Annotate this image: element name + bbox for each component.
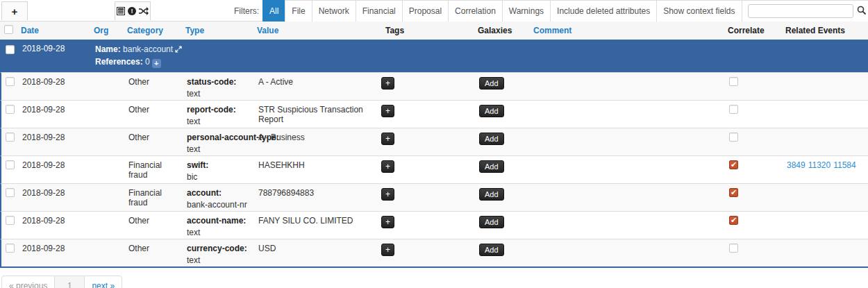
- pagination-current-page[interactable]: 1: [54, 276, 85, 288]
- attr-org: [90, 212, 123, 220]
- add-galaxy-button[interactable]: Add: [479, 77, 504, 90]
- related-events: [781, 73, 868, 81]
- row-checkbox[interactable]: [6, 133, 15, 142]
- row-checkbox[interactable]: [6, 244, 15, 253]
- attr-category: Financial fraud: [123, 184, 181, 212]
- pagination-next[interactable]: next »: [84, 276, 122, 288]
- add-tag-button[interactable]: +: [381, 160, 394, 173]
- related-event-link[interactable]: 11320: [808, 160, 831, 170]
- attr-type-sub: text: [187, 117, 253, 126]
- correlate-checkbox[interactable]: [729, 77, 738, 86]
- filter-tab-all[interactable]: All: [262, 0, 285, 22]
- filter-tab-proposal[interactable]: Proposal: [402, 0, 449, 22]
- attr-date: 2018-09-28: [17, 184, 90, 202]
- related-events: [781, 184, 868, 192]
- add-tag-button[interactable]: +: [381, 133, 394, 145]
- object-row-checkbox[interactable]: [6, 45, 15, 54]
- filter-tab-correlation[interactable]: Correlation: [448, 0, 503, 22]
- add-galaxy-button[interactable]: Add: [479, 216, 504, 228]
- correlate-checkbox[interactable]: [729, 133, 738, 142]
- header-tags: Tags: [380, 26, 472, 35]
- add-galaxy-button[interactable]: Add: [479, 133, 504, 145]
- attr-type-sub: text: [187, 255, 253, 265]
- add-galaxy-button[interactable]: Add: [479, 244, 504, 256]
- add-tag-button[interactable]: +: [381, 216, 394, 228]
- attr-type-name: account-name:: [187, 216, 253, 226]
- filter-tab-file[interactable]: File: [285, 0, 312, 22]
- attr-org: [90, 73, 123, 81]
- attributes-table: Date Org Category Type Value Tags Galaxi…: [0, 22, 868, 268]
- correlate-checkbox[interactable]: [729, 216, 738, 225]
- related-event-link[interactable]: 3849: [787, 160, 806, 170]
- header-date[interactable]: Date: [15, 26, 88, 35]
- add-tag-button[interactable]: +: [381, 77, 394, 90]
- exclamation-circle-icon[interactable]: !: [128, 7, 136, 15]
- filter-tab-network[interactable]: Network: [312, 0, 356, 22]
- row-checkbox[interactable]: [6, 77, 15, 86]
- attr-comment: [529, 128, 724, 137]
- add-tag-button[interactable]: +: [381, 105, 394, 117]
- attr-type-name: swift:: [187, 160, 253, 170]
- header-org[interactable]: Org: [88, 26, 122, 35]
- row-checkbox[interactable]: [6, 216, 15, 225]
- correlate-checkbox[interactable]: [729, 105, 738, 114]
- filter-tab-show-context-fields[interactable]: Show context fields: [656, 0, 742, 22]
- header-galaxies: Galaxies: [472, 26, 528, 35]
- table-row: 2018-09-28 Other report-code: text STR S…: [0, 100, 868, 128]
- view-toggle-group: !: [115, 1, 151, 20]
- add-tag-button[interactable]: +: [381, 188, 394, 201]
- row-checkbox[interactable]: [6, 105, 15, 114]
- attr-type-sub: text: [187, 228, 253, 237]
- correlate-checkbox[interactable]: [729, 244, 738, 253]
- search-icon[interactable]: [857, 6, 867, 17]
- add-galaxy-button[interactable]: Add: [479, 105, 504, 117]
- header-comment[interactable]: Comment: [528, 26, 722, 35]
- add-galaxy-button[interactable]: Add: [479, 188, 504, 201]
- related-events: [781, 101, 868, 109]
- attr-category: Financial fraud: [123, 156, 181, 184]
- header-correlate: Correlate: [722, 26, 780, 35]
- filter-tab-warnings[interactable]: Warnings: [502, 0, 551, 22]
- object-name: bank-account: [123, 44, 173, 54]
- add-reference-icon[interactable]: +: [152, 59, 161, 68]
- related-event-link[interactable]: 11584: [833, 160, 856, 170]
- attr-date: 2018-09-28: [17, 128, 90, 146]
- filter-tab-financial[interactable]: Financial: [356, 0, 403, 22]
- search-input[interactable]: [748, 4, 853, 18]
- shuffle-icon[interactable]: [139, 7, 149, 15]
- table-row: 2018-09-28 Financial fraud swift: bic HA…: [0, 155, 868, 183]
- select-all-checkbox[interactable]: [4, 25, 13, 34]
- header-value[interactable]: Value: [251, 26, 380, 35]
- attr-org: [90, 156, 123, 164]
- object-row: 2018-09-28 Name: bank-account References…: [0, 40, 868, 72]
- object-references-count: 0: [145, 57, 150, 67]
- attr-type: account-name: text: [181, 212, 253, 242]
- filters-label: Filters:: [234, 0, 263, 22]
- attr-comment: [529, 73, 724, 81]
- attr-type-name: currency-code:: [187, 244, 253, 253]
- header-category[interactable]: Category: [122, 26, 180, 35]
- correlate-checkbox[interactable]: [729, 160, 738, 169]
- row-checkbox[interactable]: [6, 188, 15, 197]
- add-attribute-button[interactable]: +: [1, 1, 28, 20]
- filter-tab-include-deleted-attributes[interactable]: Include deleted attributes: [550, 0, 657, 22]
- add-tag-button[interactable]: +: [381, 244, 394, 256]
- table-row: 2018-09-28 Other account-name: text FANY…: [0, 211, 868, 239]
- object-references-label: References:: [95, 57, 143, 67]
- list-icon[interactable]: [117, 7, 125, 15]
- correlate-checkbox[interactable]: [729, 188, 738, 197]
- attr-org: [90, 239, 123, 248]
- expand-object-icon[interactable]: [175, 44, 182, 56]
- filter-tabs: AllFileNetworkFinancialProposalCorrelati…: [263, 0, 742, 22]
- attr-type-name: personal-account-type:: [187, 133, 253, 142]
- attr-date: 2018-09-28: [17, 212, 90, 230]
- attr-comment: [529, 156, 724, 164]
- attr-value: A - Active: [253, 73, 381, 91]
- pagination-previous[interactable]: « previous: [1, 276, 55, 288]
- header-type[interactable]: Type: [180, 26, 251, 35]
- add-galaxy-button[interactable]: Add: [479, 160, 504, 173]
- attr-type-sub: text: [187, 89, 253, 99]
- row-checkbox[interactable]: [6, 160, 15, 169]
- attr-type-sub: bank-account-nr: [187, 200, 253, 210]
- table-row: 2018-09-28 Other status-code: text A - A…: [0, 72, 868, 100]
